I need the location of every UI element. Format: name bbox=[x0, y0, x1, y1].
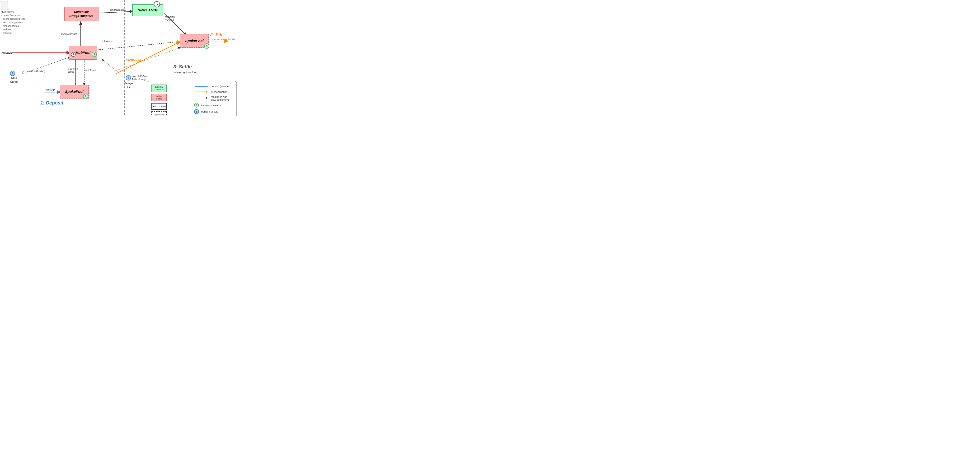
legend-bonded-label: bonded assets bbox=[201, 110, 218, 113]
step3-sub: relayer gets refund bbox=[174, 71, 197, 73]
native-ambs-label: Native AMBs bbox=[137, 8, 158, 12]
legend-external-contracts: ExternalContracts bbox=[151, 84, 189, 92]
governance-header: governance: bbox=[2, 10, 25, 14]
svg-marker-25 bbox=[206, 97, 208, 99]
svg-line-3 bbox=[99, 11, 133, 13]
svg-line-11 bbox=[114, 48, 180, 71]
gov-line4: - manage routes bbox=[2, 24, 25, 28]
data-worker-label: DataWorker bbox=[10, 76, 19, 84]
relayer-lp-label: RelayerLP bbox=[124, 81, 134, 89]
gov-line6: - setBond bbox=[2, 31, 25, 35]
legend-deposit-arrow: deposit (source) bbox=[194, 84, 232, 88]
step3-label: 3: Settle bbox=[173, 64, 192, 70]
clock-icon-native-ambs bbox=[154, 1, 160, 8]
gov-line5: - setFees bbox=[2, 28, 25, 31]
propose-root-bundle-label: proposeRootBundle() bbox=[22, 70, 45, 73]
relayer-lp-badge: $ bbox=[126, 75, 131, 81]
hubpool-label: HubPool bbox=[76, 50, 91, 55]
canonical-bridge-label: CanonicalBridge Adapters bbox=[69, 10, 93, 18]
deposit-label: deposit() bbox=[46, 88, 55, 91]
legend-box: ExternalContracts part ofBridge permissi… bbox=[147, 81, 237, 116]
document-icon bbox=[0, 1, 8, 10]
svg-line-9 bbox=[116, 41, 180, 73]
spokepool-left-escrow-badge: $ bbox=[83, 94, 88, 99]
legend-escrowed: $ escrowed assets bbox=[194, 103, 232, 108]
data-worker-badge: $ bbox=[10, 71, 15, 76]
svg-line-5 bbox=[97, 41, 180, 50]
legend-part-of-bridge: part ofBridge bbox=[151, 94, 189, 101]
fill-v3-relay-label: fillV3Relay() bbox=[126, 59, 141, 62]
spokepool-left-label: SpokePool bbox=[65, 89, 84, 94]
spokepool-right-label: SpokePool bbox=[185, 38, 204, 43]
legend-rebalance-label: rebalance andslow settlement bbox=[211, 95, 229, 101]
hubpool-escrow-badge: $ bbox=[92, 52, 97, 57]
spokepool-right-escrow-badge: $ bbox=[204, 43, 209, 49]
rebalance-bot-label: rebalance bbox=[86, 69, 96, 72]
svg-line-12 bbox=[102, 59, 126, 78]
legend-bonded: $ bonded assets bbox=[194, 109, 232, 114]
legend-deposit-label: deposit (source) bbox=[211, 85, 229, 88]
relay-message-label: relayMessage() bbox=[61, 33, 78, 35]
challenge-period-label: challengeperiod bbox=[68, 67, 78, 73]
legend-fill-arrow: fill (destination) bbox=[194, 90, 232, 94]
relay-root-bundle-label: relayRootBundle() bbox=[165, 16, 175, 22]
legend-fill-label: fill (destination) bbox=[211, 91, 228, 93]
diagram-container: CanonicalBridge Adapters Native AMBs Hub… bbox=[0, 0, 245, 116]
canonical-bridge-box: CanonicalBridge Adapters bbox=[64, 6, 99, 21]
step2-label: 2: Fill bbox=[210, 32, 223, 38]
gov-line1: - pause / unpause bbox=[2, 14, 25, 17]
legend-escrowed-label: escrowed assets bbox=[201, 104, 221, 107]
svg-marker-21 bbox=[206, 86, 208, 88]
gov-line3: - set challenge period bbox=[2, 21, 25, 24]
execute-relayer-label: executeRelayerRefundLeaf() bbox=[132, 75, 148, 81]
legend-permissionless: permissionless bbox=[151, 103, 189, 110]
step2-sub: user receives funds bbox=[211, 38, 235, 41]
governance-text: governance: - pause / unpause - delete p… bbox=[2, 10, 25, 35]
legend-upgradable: upgradable bbox=[151, 111, 189, 116]
owner-label: Owner bbox=[2, 51, 13, 55]
rebalance-top-label: rebalance bbox=[102, 40, 113, 43]
svg-marker-23 bbox=[206, 91, 208, 93]
send-message-label: sendMessage() bbox=[110, 8, 126, 11]
gov-line2: - delete proposed root bbox=[2, 17, 25, 21]
clock-icon-hubpool bbox=[71, 52, 76, 57]
step1-label: 1: Deposit bbox=[40, 100, 64, 106]
legend-rebalance-arrow: rebalance andslow settlement bbox=[194, 95, 232, 101]
